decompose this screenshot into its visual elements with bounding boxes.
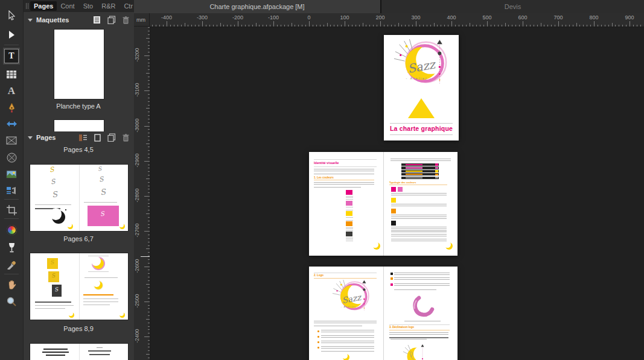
canvas[interactable]: La charte graphique Identité visuelle 1.… — [150, 27, 644, 360]
panel-tab-rr[interactable]: R&R — [98, 1, 119, 11]
document-page-cover[interactable]: La charte graphique — [384, 35, 459, 141]
color-picker-tool[interactable] — [0, 257, 23, 273]
ruler-unit-box[interactable]: mm — [134, 13, 150, 27]
brand-logo-small — [401, 341, 433, 360]
delete-master-icon[interactable] — [123, 16, 129, 24]
identity-title: Identité visuelle — [314, 161, 339, 165]
document-tab-bar: Charte graphique.afpackage [M] Devis — [134, 0, 644, 13]
panel-tab-cont[interactable]: Cont — [57, 1, 78, 11]
panel-tab-sto[interactable]: Sto — [80, 1, 97, 11]
brand-logo — [392, 37, 451, 96]
brand-logo — [330, 279, 374, 320]
document-spread-logo[interactable]: 2. Logo 3. Déclinaison logo — [309, 267, 457, 360]
page-thumbnail-67[interactable]: S S S S S S S — [30, 165, 128, 231]
artistic-text-tool[interactable]: A — [0, 83, 23, 99]
collapse-triangle-icon[interactable] — [28, 19, 33, 22]
zoom-tool[interactable] — [0, 294, 23, 309]
transparency-tool[interactable] — [0, 239, 23, 255]
document-tab-charte[interactable]: Charte graphique.afpackage [M] — [134, 0, 381, 13]
crop-icon — [7, 205, 17, 215]
image-icon — [6, 170, 17, 178]
add-master-icon[interactable] — [93, 16, 101, 24]
pen-tool[interactable] — [0, 99, 23, 115]
delete-page-icon[interactable] — [123, 134, 129, 142]
master-thumbnail-partial[interactable] — [54, 120, 104, 131]
master-thumbnail-planche-a[interactable] — [54, 30, 104, 99]
duplicate-master-icon[interactable] — [107, 16, 116, 24]
declination-section-title: 3. Déclinaison logo — [389, 326, 414, 329]
rectangle-frame-tool[interactable] — [0, 133, 23, 148]
eyedropper-icon — [7, 261, 16, 270]
page-thumbnail-partial[interactable] — [30, 344, 128, 360]
ellipse-frame-icon — [7, 153, 17, 163]
frame-text-icon: T — [4, 49, 19, 63]
pan-tool[interactable] — [0, 277, 23, 292]
rect-frame-icon — [6, 136, 17, 145]
horizontal-ruler[interactable]: -400-300-200-100010020030040050060070080… — [150, 13, 644, 27]
tools-toolbar: T A — [0, 0, 24, 360]
maquettes-title: Maquettes — [36, 16, 69, 24]
pages-panel: Pages Cont Sto R&R Ctr Maquettes Planche… — [23, 0, 134, 360]
document-spread-identity[interactable]: Identité visuelle 1. Les couleurs Typolo… — [309, 152, 457, 256]
cover-title: La charte graphique — [384, 125, 459, 132]
typology-section-title: Typologie des couleurs — [389, 181, 416, 184]
wine-glass-icon — [8, 242, 16, 253]
maquettes-section-header: Maquettes — [23, 14, 134, 26]
document-tab-devis[interactable]: Devis — [381, 0, 644, 13]
duplicate-page-icon[interactable] — [107, 133, 116, 142]
pen-icon — [7, 103, 16, 113]
ellipse-frame-tool[interactable] — [0, 150, 23, 165]
collapse-triangle-icon[interactable] — [28, 136, 33, 139]
hand-icon — [7, 280, 16, 289]
affinity-publisher-window: { "panel": { "tabs": ["Pages", "Cont", "… — [0, 0, 644, 360]
ruler-cursor-indicator — [141, 256, 150, 257]
publisher-layout-tool[interactable] — [0, 183, 23, 198]
frame-text-tool[interactable]: T — [0, 48, 23, 64]
panel-tab-bar: Pages Cont Sto R&R Ctr — [23, 0, 134, 12]
place-image-tool[interactable] — [0, 166, 23, 182]
move-tool[interactable] — [0, 7, 23, 23]
pages-title: Pages — [36, 134, 56, 141]
crop-tool[interactable] — [0, 202, 23, 218]
page-thumbnail-89[interactable]: S S S — [30, 253, 128, 320]
pages-section-header: Pages — [23, 131, 134, 144]
layout-icon — [6, 186, 17, 195]
color-wheel-icon — [7, 225, 17, 235]
colors-section-title: 1. Les couleurs — [314, 176, 334, 179]
add-page-icon[interactable] — [94, 134, 101, 142]
vertical-ruler[interactable]: -3300-3200-3100-3000-2900-2800-2700-2600… — [134, 27, 150, 360]
yellow-triangle — [408, 98, 435, 118]
color-wheel-tool[interactable] — [0, 222, 23, 238]
double-arrow-icon — [6, 121, 18, 127]
logo-section-title: 2. Logo — [314, 274, 324, 277]
apply-master-icon[interactable] — [78, 134, 88, 142]
panel-tab-pages[interactable]: Pages — [30, 1, 57, 11]
pink-crescent — [410, 294, 435, 318]
master-label: Planche type A — [23, 103, 134, 110]
node-tool[interactable] — [0, 27, 23, 42]
transform-tool[interactable] — [0, 116, 23, 131]
page-label-45: Pages 4,5 — [23, 146, 134, 153]
panel-drag-handle[interactable] — [26, 3, 28, 9]
table-icon — [6, 70, 17, 79]
magnifier-icon — [7, 297, 16, 306]
page-label-67: Pages 6,7 — [23, 235, 134, 242]
page-label-89: Pages 8,9 — [23, 325, 134, 332]
table-tool[interactable] — [0, 66, 23, 82]
